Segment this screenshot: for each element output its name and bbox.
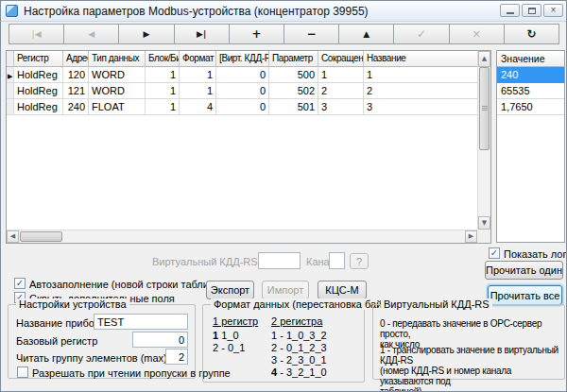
grid-header-block-bit[interactable]: Блок/Бит — [146, 51, 180, 67]
cell-register[interactable]: HoldReg — [14, 83, 63, 99]
allow-gaps-label: Разрешать при чтении пропуски в группе — [32, 367, 231, 379]
restore-button[interactable] — [522, 4, 541, 17]
grid-vertical-scrollbar[interactable]: ▲ ▼ — [477, 51, 490, 230]
scroll-up-icon: ▲ — [482, 56, 487, 62]
device-name-input[interactable] — [94, 314, 188, 330]
cell-format[interactable]: 1 — [180, 67, 216, 83]
grid-header-indicator — [7, 51, 14, 67]
allow-gaps-checkbox[interactable] — [17, 366, 28, 378]
cell-parameter[interactable]: 502 — [269, 83, 318, 99]
format-option-text: - 0_1 — [218, 342, 245, 353]
kcsm-button[interactable]: КЦС-М — [318, 281, 367, 299]
cell-datatype[interactable]: WORD — [89, 67, 146, 83]
grid-header-name[interactable]: Название — [364, 51, 477, 67]
edit-record-icon: ▲ — [363, 30, 369, 39]
grid-header-address[interactable]: Адрес — [63, 51, 89, 67]
grid-horizontal-scrollbar[interactable]: ◀ ▶ — [7, 230, 477, 243]
post-edit-icon: ✓ — [417, 30, 426, 39]
vertical-scroll-thumb[interactable] — [479, 67, 490, 150]
virtual-kdd-input[interactable] — [258, 252, 301, 269]
horizontal-scroll-thumb[interactable] — [20, 231, 62, 242]
scroll-left-button[interactable]: ◀ — [7, 230, 19, 243]
read-all-button[interactable]: Прочитать все — [488, 285, 562, 305]
read-one-button[interactable]: Прочитать один — [485, 261, 563, 280]
refresh-icon: ↻ — [526, 30, 536, 39]
nav-edit-button[interactable]: ▲ — [338, 24, 394, 44]
scroll-up-button[interactable]: ▲ — [478, 51, 490, 67]
nav-post-button[interactable]: ✓ — [393, 24, 449, 44]
cell-parameter[interactable]: 500 — [269, 67, 318, 83]
nav-cancel-button[interactable]: × — [449, 24, 505, 44]
base-register-input[interactable] — [132, 332, 188, 348]
nav-last-button[interactable]: ▶| — [174, 24, 230, 44]
cell-datatype[interactable]: WORD — [89, 83, 146, 99]
value-grid-header[interactable]: Значение — [497, 51, 564, 67]
nav-insert-button[interactable]: + — [229, 24, 284, 44]
minimize-button[interactable] — [500, 4, 520, 17]
modbus-settings-window: Настройка параметров Modbus-устройства (… — [0, 0, 567, 392]
format-option: 1 1_0 — [213, 330, 239, 341]
grid-header-virt-kdd[interactable]: [Вирт. КДД-RS] — [216, 51, 269, 67]
next-record-icon: ▶ — [144, 30, 150, 39]
scroll-down-button[interactable]: ▼ — [478, 216, 490, 230]
help-button[interactable]: ? — [350, 253, 369, 269]
cell-abbrev[interactable]: 1 — [318, 67, 364, 83]
cell-address[interactable]: 240 — [63, 99, 89, 115]
group-read-input[interactable] — [165, 349, 188, 365]
grid-header-format[interactable]: Формат — [180, 51, 216, 67]
grid-header-parameter[interactable]: Параметр — [269, 51, 318, 67]
cell-block-bit[interactable]: 1 — [146, 67, 180, 83]
cell-abbrev[interactable]: 3 — [318, 99, 364, 115]
device-settings-title: Настройки устройства — [16, 298, 129, 310]
format-option-text: - 1_0_3_2 — [277, 330, 327, 341]
value-cell[interactable]: 65535 — [497, 83, 564, 99]
data-format-title: Формат данных (перестановка байт) — [211, 298, 393, 310]
close-button[interactable]: × — [543, 4, 563, 17]
nav-prior-button[interactable]: ◀ — [63, 24, 119, 44]
cell-virt-kdd[interactable]: 0 — [216, 67, 269, 83]
cell-name[interactable]: 3 — [364, 99, 477, 115]
grid-header-abbrev[interactable]: Сокращение — [318, 51, 364, 67]
grid-header-register[interactable]: Регистр — [14, 51, 63, 67]
cell-datatype[interactable]: FLOAT — [89, 99, 146, 115]
scroll-right-button[interactable]: ▶ — [465, 230, 477, 243]
check-icon: ✓ — [490, 248, 498, 258]
table-row[interactable]: HoldReg 121 WORD 1 1 0 502 2 2 — [7, 83, 477, 99]
channel-input[interactable] — [329, 252, 345, 269]
table-row[interactable]: HoldReg 240 FLOAT 1 4 0 501 3 3 — [7, 99, 477, 115]
cell-name[interactable]: 2 — [364, 83, 477, 99]
cell-register[interactable]: HoldReg — [14, 99, 63, 115]
show-log-checkbox[interactable]: ✓ — [489, 247, 500, 259]
cell-abbrev[interactable]: 2 — [318, 83, 364, 99]
format-option: 4 - 3_2_1_0 — [271, 366, 327, 378]
export-button[interactable]: Экспорт — [206, 281, 254, 299]
cell-address[interactable]: 120 — [63, 67, 89, 83]
format-option-text: 1_0 — [218, 330, 238, 341]
cell-name[interactable]: 1 — [364, 67, 477, 83]
value-cell-selected[interactable]: 240 — [497, 67, 564, 83]
nav-delete-button[interactable]: − — [284, 24, 339, 44]
nav-refresh-button[interactable]: ↻ — [504, 24, 559, 44]
autofill-checkbox[interactable]: ✓ — [14, 278, 26, 289]
row-indicator-icon: ▶ — [7, 73, 12, 80]
grid-header-datatype[interactable]: Тип данных — [89, 51, 146, 67]
table-row[interactable]: ▶ HoldReg 120 WORD 1 1 0 500 1 1 — [7, 67, 477, 83]
cell-block-bit[interactable]: 1 — [146, 99, 180, 115]
prior-record-icon: ◀ — [88, 30, 94, 39]
grid-empty-area[interactable] — [7, 115, 477, 230]
restore-icon — [528, 8, 536, 14]
value-cell[interactable]: 1,7650 — [497, 99, 564, 115]
cell-format[interactable]: 4 — [180, 99, 216, 115]
nav-first-button[interactable]: |◀ — [9, 24, 64, 44]
import-button[interactable]: Импорт — [262, 281, 309, 299]
cell-format[interactable]: 1 — [180, 83, 216, 99]
cell-address[interactable]: 121 — [63, 83, 89, 99]
format-option: 2 - 0_1 — [213, 342, 245, 353]
nav-next-button[interactable]: ▶ — [118, 24, 174, 44]
cell-block-bit[interactable]: 1 — [146, 83, 180, 99]
cell-virt-kdd[interactable]: 0 — [216, 99, 269, 115]
scrollbar-corner — [477, 230, 490, 243]
cell-virt-kdd[interactable]: 0 — [216, 83, 269, 99]
cell-parameter[interactable]: 501 — [269, 99, 318, 115]
cell-register[interactable]: HoldReg — [14, 67, 63, 83]
